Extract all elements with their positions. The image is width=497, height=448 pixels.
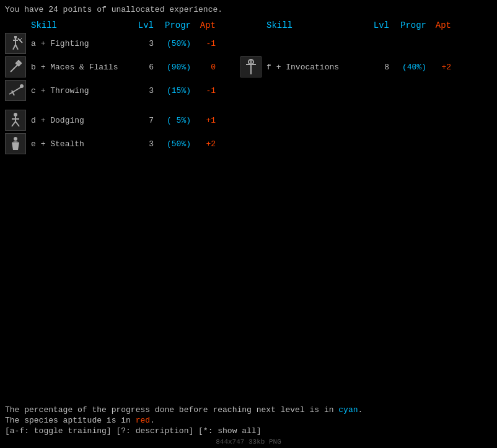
svg-line-17 [15,121,19,126]
skill-e-name: Stealth [50,139,84,149]
svg-line-5 [18,38,22,43]
svg-line-6 [20,38,22,40]
skill-d-lvl: 7 [129,116,154,125]
skill-b-lvl: 6 [129,63,154,72]
main-container: You have 24 points of unallocated experi… [0,0,497,157]
footer-area: The percentage of the progress done befo… [5,405,492,436]
skill-row-d[interactable]: d + Dodging 7 ( 5%) +1 [5,110,234,131]
skill-row-c[interactable]: c + Throwing 3 (15%) -1 [5,80,234,101]
skills-layout: Skill Lvl Progr Apt [5,20,492,157]
skill-a-lvl: 3 [129,39,154,48]
skill-c-name: Throwing [50,86,89,95]
footer-line-2: The species aptitude is in red. [5,416,492,425]
skill-f-lvl: 8 [364,63,389,72]
skill-d-apt: +1 [191,116,216,125]
right-header-skill: Skill [240,20,364,30]
skill-c-label: c + Throwing [31,86,129,95]
skill-c-progr: (15%) [154,86,191,95]
right-column: Skill Lvl Progr Apt f + [240,20,470,80]
footer-line2-suffix: . [150,416,155,425]
left-header-progr: Progr [154,20,191,30]
skill-row-b[interactable]: b + Maces & Flails 6 (90%) 0 [5,56,234,77]
skill-d-progr: ( 5%) [154,116,191,125]
skill-f-key: f [266,63,271,72]
skill-e-progr: (50%) [154,139,191,149]
skill-c-lvl: 3 [129,86,154,95]
left-column-headers: Skill Lvl Progr Apt [5,20,234,30]
fighting-icon [5,33,26,54]
footer-line1-suffix: . [358,405,363,415]
svg-line-7 [11,64,18,72]
skill-a-key: a [31,39,36,48]
right-header-apt: Apt [426,20,451,30]
skill-e-key: e [31,139,36,149]
skill-b-apt: 0 [191,63,216,72]
unallocated-message: You have 24 points of unallocated experi… [5,5,492,14]
footer-line1-prefix: The percentage of the progress done befo… [5,405,338,415]
skill-row-a[interactable]: a + Fighting 3 (50%) -1 [5,33,234,54]
svg-point-18 [14,137,17,141]
dodging-icon [5,110,26,131]
skill-b-name: Maces & Flails [50,63,118,72]
right-column-headers: Skill Lvl Progr Apt [240,20,470,30]
right-header-lvl: Lvl [364,20,389,30]
skill-b-key: b [31,63,36,72]
left-header-apt: Apt [191,20,216,30]
svg-rect-0 [14,36,17,38]
image-info: 844x747 33kb PNG [216,438,281,446]
svg-line-4 [15,45,18,50]
skill-f-progr: (40%) [389,63,426,72]
left-column: Skill Lvl Progr Apt [5,20,234,157]
skill-f-label: f + Invocations [266,63,364,72]
skill-a-label: a + Fighting [31,39,129,48]
footer-line2-prefix: The species aptitude is in [5,416,136,425]
skill-c-apt: -1 [191,86,216,95]
left-header-skill: Skill [5,20,129,30]
skill-e-lvl: 3 [129,139,154,149]
svg-line-3 [13,45,15,50]
svg-point-13 [14,113,17,116]
skill-row-e[interactable]: e + Stealth 3 (50%) +2 [5,133,234,154]
skill-d-key: d [31,116,36,125]
maces-icon [5,56,26,77]
skill-f-apt: +2 [426,63,451,72]
skill-b-progr: (90%) [154,63,191,72]
footer-line-1: The percentage of the progress done befo… [5,405,492,415]
throwing-icon [5,80,26,101]
svg-line-10 [9,87,22,94]
left-header-lvl: Lvl [129,20,154,30]
right-header-progr: Progr [389,20,426,30]
footer-red-word: red [136,416,150,425]
svg-point-11 [20,84,24,88]
invocations-icon [240,56,262,77]
skill-d-name: Dodging [50,116,84,125]
skill-e-apt: +2 [191,139,216,149]
stealth-icon [5,133,26,154]
skill-a-progr: (50%) [154,39,191,48]
skill-a-name: Fighting [50,39,89,48]
skill-d-label: d + Dodging [31,116,129,125]
skill-a-apt: -1 [191,39,216,48]
footer-cyan-word: cyan [338,405,358,415]
skill-b-label: b + Maces & Flails [31,63,129,72]
skill-f-name: Invocations [286,63,339,72]
svg-line-16 [12,121,15,126]
skill-e-label: e + Stealth [31,139,129,149]
skill-row-f[interactable]: f + Invocations 8 (40%) +2 [240,56,470,77]
controls-line: [a-f: toggle training] [?: description] … [5,426,492,436]
skill-c-key: c [31,86,36,95]
